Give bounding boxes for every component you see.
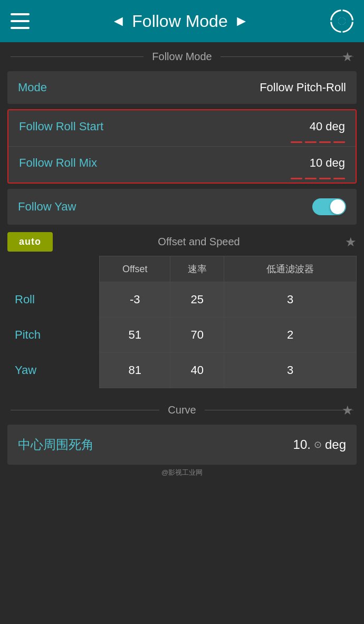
dash-1	[291, 141, 302, 143]
table-row[interactable]: Yaw81403	[7, 353, 357, 388]
follow-mode-section-header: Follow Mode ★	[0, 42, 364, 71]
table-row-label-pitch: Pitch	[7, 318, 100, 353]
offset-star-icon[interactable]: ★	[345, 235, 357, 249]
left-arrow[interactable]: ◄	[111, 13, 126, 30]
table-header-speed: 速率	[170, 256, 224, 282]
bottom-card: 中心周围死角 10. ⊙ deg	[7, 425, 357, 465]
table-cell-speed-2[interactable]: 40	[170, 353, 224, 388]
favorite-star-icon[interactable]: ★	[342, 50, 353, 64]
table-cell-offset-2[interactable]: 81	[100, 353, 170, 388]
table-cell-offset-1[interactable]: 51	[100, 318, 170, 353]
table-row[interactable]: Roll-3253	[7, 282, 357, 318]
mode-value: Follow Pitch-Roll	[260, 81, 346, 94]
follow-roll-start-row[interactable]: Follow Roll Start 40 deg	[8, 110, 356, 147]
hamburger-menu-icon[interactable]	[11, 13, 30, 29]
table-header-offset: Offset	[100, 256, 170, 282]
curve-line-left	[11, 410, 159, 410]
follow-roll-mix-dashes	[291, 178, 345, 179]
section-title: Follow Mode	[143, 51, 220, 63]
offset-title: Offset and Speed	[53, 236, 345, 248]
follow-roll-start-label: Follow Roll Start	[19, 120, 103, 133]
table-header-filter: 低通滤波器	[224, 256, 357, 282]
bottom-label: 中心周围死角	[18, 436, 94, 453]
table-row-label-yaw: Yaw	[7, 353, 100, 388]
table-row[interactable]: Pitch51702	[7, 318, 357, 353]
toggle-knob	[330, 199, 345, 214]
mode-label: Mode	[18, 81, 47, 94]
section-line-right	[221, 56, 353, 57]
curve-section-header: Curve ★	[0, 396, 364, 425]
curve-title: Curve	[159, 404, 204, 416]
dash-3	[319, 141, 331, 143]
follow-roll-card: Follow Roll Start 40 deg Follow Roll Mix…	[7, 109, 357, 184]
follow-roll-mix-label: Follow Roll Mix	[19, 156, 97, 170]
bottom-value-number: 10.	[293, 437, 311, 452]
dash-4	[333, 141, 345, 143]
follow-yaw-toggle[interactable]	[312, 198, 346, 215]
offset-section: auto Offset and Speed ★ Offset 速率 低通滤波器 …	[0, 232, 364, 388]
curve-line-right	[205, 410, 353, 410]
offset-header: auto Offset and Speed ★	[0, 232, 364, 252]
follow-roll-start-value: 40 deg	[310, 120, 345, 133]
top-bar-title: ◄ Follow Mode ►	[111, 12, 249, 31]
page-title: Follow Mode	[132, 12, 227, 31]
mode-card: Mode Follow Pitch-Roll	[7, 71, 357, 104]
dash-5	[291, 178, 302, 179]
dash-2	[305, 141, 317, 143]
top-bar: ◄ Follow Mode ►	[0, 0, 364, 42]
curve-section: Curve ★	[0, 396, 364, 425]
bottom-card-row[interactable]: 中心周围死角 10. ⊙ deg	[7, 425, 357, 465]
offset-table: Offset 速率 低通滤波器 Roll-3253Pitch51702Yaw81…	[7, 256, 357, 388]
table-cell-filter-1[interactable]: 2	[224, 318, 357, 353]
watermark: @影视工业网	[0, 465, 364, 479]
follow-roll-start-dashes	[291, 141, 345, 143]
follow-yaw-card: Follow Yaw	[7, 189, 357, 225]
target-icon[interactable]	[330, 9, 353, 33]
follow-yaw-label: Follow Yaw	[18, 200, 76, 214]
bottom-value-unit: deg	[325, 437, 346, 452]
table-row-label-roll: Roll	[7, 282, 100, 318]
dash-8	[333, 178, 345, 179]
right-arrow[interactable]: ►	[234, 13, 249, 30]
logo-placeholder: ⊙	[314, 439, 322, 450]
table-cell-speed-1[interactable]: 70	[170, 318, 224, 353]
curve-star-icon[interactable]: ★	[342, 403, 353, 418]
table-cell-filter-2[interactable]: 3	[224, 353, 357, 388]
follow-yaw-row: Follow Yaw	[7, 189, 357, 225]
follow-roll-mix-value: 10 deg	[310, 156, 345, 170]
bottom-value-container: 10. ⊙ deg	[293, 437, 346, 452]
follow-roll-mix-row[interactable]: Follow Roll Mix 10 deg	[8, 147, 356, 183]
table-cell-speed-0[interactable]: 25	[170, 282, 224, 318]
table-cell-filter-0[interactable]: 3	[224, 282, 357, 318]
table-cell-offset-0[interactable]: -3	[100, 282, 170, 318]
auto-button[interactable]: auto	[7, 232, 53, 252]
table-header-empty	[7, 256, 100, 282]
dash-6	[305, 178, 317, 179]
mode-row[interactable]: Mode Follow Pitch-Roll	[7, 71, 357, 104]
section-line-left	[11, 56, 143, 57]
dash-7	[319, 178, 331, 179]
